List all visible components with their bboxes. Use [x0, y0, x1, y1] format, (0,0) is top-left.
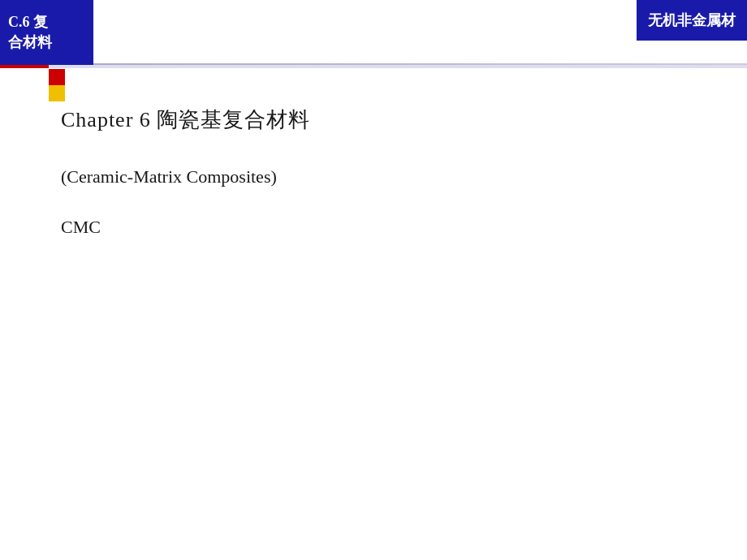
badge-line1: C.6 复	[8, 12, 85, 32]
top-left-badge: C.6 复 合材料	[0, 0, 93, 65]
subtitle-english: (Ceramic-Matrix Composites)	[61, 166, 715, 187]
chapter-title: Chapter 6 陶瓷基复合材料	[61, 106, 715, 134]
badge-line2: 合材料	[8, 32, 85, 53]
horizontal-divider	[0, 65, 747, 68]
top-right-badge: 无机非金属材	[637, 0, 747, 41]
main-content: Chapter 6 陶瓷基复合材料 (Ceramic-Matrix Compos…	[61, 106, 715, 238]
square-red	[49, 69, 65, 85]
color-squares-decoration	[49, 69, 65, 101]
square-yellow	[49, 85, 65, 101]
acronym-label: CMC	[61, 217, 715, 238]
top-right-label: 无机非金属材	[648, 11, 736, 30]
thin-top-line	[93, 63, 747, 65]
